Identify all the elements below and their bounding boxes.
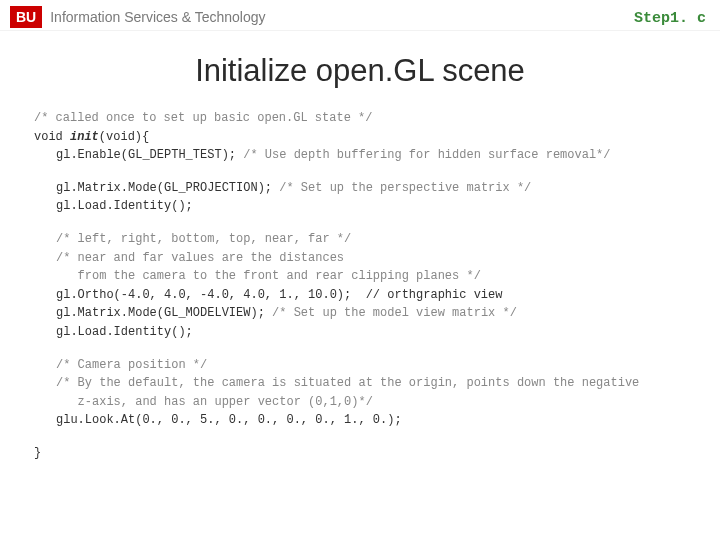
comment: /* By the default, the camera is situate… [34,374,692,393]
code-section-4: /* Camera position */ /* By the default,… [34,356,692,430]
code-text: (void){ [99,130,149,144]
code-line: gl.Ortho(-4.0, 4.0, -4.0, 4.0, 1., 10.0)… [34,286,692,305]
code-line: glu.Look.At(0., 0., 5., 0., 0., 0., 0., … [34,411,692,430]
code-line: gl.Load.Identity(); [34,197,692,216]
function-name: init [70,130,99,144]
comment: /* Use depth buffering for hidden surfac… [243,148,610,162]
comment: /* Set up the perspective matrix */ [279,181,531,195]
filename-label: Step1. c [634,10,706,27]
code-section-1: /* called once to set up basic open.GL s… [34,109,692,165]
comment: z-axis, and has an upper vector (0,1,0)*… [34,393,692,412]
bu-logo: BU [10,6,42,28]
keyword: void [34,130,70,144]
code-text: gl.Matrix.Mode(GL_MODELVIEW); [56,306,272,320]
code-block: /* called once to set up basic open.GL s… [0,109,720,463]
comment: /* Set up the model view matrix */ [272,306,517,320]
comment: /* left, right, bottom, top, near, far *… [34,230,692,249]
code-line: void init(void){ [34,128,692,147]
comment: from the camera to the front and rear cl… [34,267,692,286]
code-line: } [34,444,692,463]
header: BU Information Services & Technology [0,0,720,31]
comment: /* called once to set up basic open.GL s… [34,109,692,128]
code-section-2: gl.Matrix.Mode(GL_PROJECTION); /* Set up… [34,179,692,216]
code-line: gl.Load.Identity(); [34,323,692,342]
comment: /* near and far values are the distances [34,249,692,268]
org-name: Information Services & Technology [50,9,265,25]
code-line: gl.Matrix.Mode(GL_MODELVIEW); /* Set up … [34,304,692,323]
code-line: gl.Matrix.Mode(GL_PROJECTION); /* Set up… [34,179,692,198]
code-line: gl.Enable(GL_DEPTH_TEST); /* Use depth b… [34,146,692,165]
page-title: Initialize open.GL scene [0,53,720,89]
code-section-3: /* left, right, bottom, top, near, far *… [34,230,692,342]
code-text: gl.Matrix.Mode(GL_PROJECTION); [56,181,279,195]
code-text: gl.Enable(GL_DEPTH_TEST); [56,148,243,162]
comment: /* Camera position */ [34,356,692,375]
